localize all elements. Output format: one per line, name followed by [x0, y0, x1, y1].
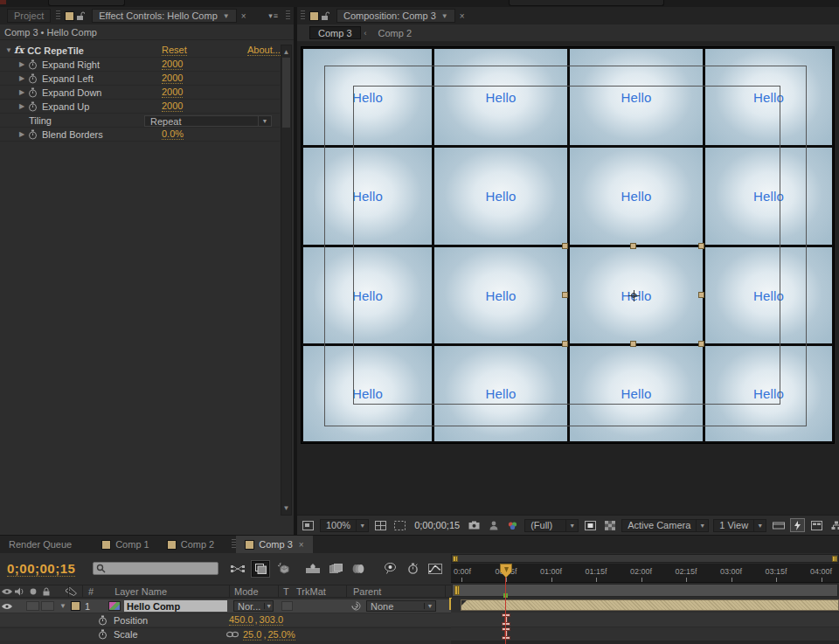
stopwatch-icon[interactable]: [96, 627, 108, 642]
param-value[interactable]: 2000: [162, 59, 183, 70]
layer-track-row[interactable]: [451, 599, 839, 613]
dropdown-arrow-icon[interactable]: ▼: [753, 520, 766, 531]
switch-cell[interactable]: [26, 601, 39, 611]
twirl-right-icon[interactable]: ▶: [19, 60, 28, 68]
dropdown-arrow-icon[interactable]: ▼: [565, 520, 578, 531]
panel-grip[interactable]: [301, 10, 305, 21]
selection-handle[interactable]: [698, 341, 704, 347]
show-channel-icon[interactable]: [505, 518, 520, 532]
region-of-interest-icon[interactable]: [583, 518, 598, 532]
twirl-right-icon[interactable]: ▶: [19, 74, 28, 82]
navigator-start-handle[interactable]: [453, 556, 458, 562]
dropdown-arrow-icon[interactable]: ▼: [356, 520, 368, 531]
effect-reset-link[interactable]: Reset: [162, 45, 187, 56]
frame-blend-icon[interactable]: [327, 561, 344, 577]
current-time-field[interactable]: 0;00;00;15: [7, 561, 75, 577]
eye-icon[interactable]: [0, 584, 13, 599]
navigator-end-handle[interactable]: [832, 556, 837, 562]
fast-previews-icon[interactable]: [790, 518, 805, 532]
dropdown-arrow-icon[interactable]: ▼: [264, 603, 273, 609]
stopwatch-icon[interactable]: [28, 101, 38, 112]
subtab-comp3[interactable]: Comp 3: [309, 26, 361, 39]
timeline-time-area[interactable]: 0:00f00:15f01:00f01:15f02:00f02:15f03:00…: [451, 553, 839, 644]
viewer-timecode[interactable]: 0;00;00;15: [412, 520, 462, 530]
keyframe-scale[interactable]: [503, 628, 510, 639]
always-preview-icon[interactable]: [301, 518, 315, 532]
selection-handle[interactable]: [630, 243, 636, 249]
tab-project[interactable]: Project: [7, 9, 51, 23]
subtab-back-arrow-icon[interactable]: ‹: [364, 29, 367, 38]
layer-duration-bar[interactable]: [461, 599, 839, 611]
column-t-label[interactable]: T: [283, 586, 289, 597]
subtab-comp2[interactable]: Comp 2: [371, 26, 420, 39]
layer-row[interactable]: ▼ 1 Hello Comp Nor... ▼ None ▼: [0, 599, 451, 613]
work-area-start-handle[interactable]: [454, 585, 460, 595]
tab-composition[interactable]: Composition: Comp 3 ▼: [336, 9, 455, 23]
eye-icon[interactable]: [0, 599, 13, 614]
panel-grip[interactable]: [286, 10, 290, 21]
selection-handle[interactable]: [698, 292, 704, 298]
scroll-thumb[interactable]: [282, 58, 290, 128]
scrollbar-vertical[interactable]: ▲ ▼: [281, 45, 292, 516]
dropdown-arrow-icon[interactable]: ▼: [258, 116, 271, 126]
graph-editor-icon[interactable]: [426, 561, 444, 577]
draft-3d-icon[interactable]: [274, 561, 292, 577]
dropdown-arrow-icon[interactable]: ▼: [696, 520, 708, 531]
column-number-label[interactable]: #: [88, 586, 94, 597]
pixel-aspect-icon[interactable]: [771, 518, 786, 532]
selection-handle[interactable]: [630, 341, 636, 347]
show-snapshot-icon[interactable]: [486, 518, 501, 532]
brainstorm-icon[interactable]: [381, 561, 399, 577]
property-row-scale[interactable]: Scale 25.0 , 25.0%: [0, 627, 451, 641]
layer-name[interactable]: Hello Comp: [124, 600, 227, 612]
stopwatch-icon[interactable]: [28, 73, 38, 84]
scale-y-value[interactable]: 25.0%: [267, 629, 295, 641]
effect-header-row[interactable]: ▼ fx CC RepeTile Reset About...: [0, 44, 280, 58]
magnification-dropdown[interactable]: 100% ▼: [320, 519, 369, 532]
column-parent-label[interactable]: Parent: [353, 586, 381, 597]
twirl-right-icon[interactable]: ▶: [19, 130, 28, 138]
panel-grip[interactable]: [56, 10, 60, 21]
twirl-down-icon[interactable]: ▼: [5, 46, 14, 54]
tiling-dropdown[interactable]: Repeat ▼: [144, 115, 272, 127]
column-layer-name-label[interactable]: Layer Name: [114, 586, 167, 597]
param-value[interactable]: 2000: [162, 73, 183, 84]
tab-close-icon[interactable]: ×: [299, 540, 304, 550]
tab-comp3[interactable]: Comp 3 ×: [236, 536, 312, 553]
stopwatch-icon[interactable]: [96, 613, 108, 628]
work-area-bar[interactable]: [452, 584, 838, 597]
tab-render-queue[interactable]: Render Queue: [0, 536, 80, 553]
live-update-icon[interactable]: [252, 561, 269, 577]
3d-view-dropdown[interactable]: Active Camera ▼: [621, 519, 709, 532]
scroll-up-icon[interactable]: ▲: [281, 48, 291, 56]
search-input[interactable]: [93, 562, 218, 575]
selection-handle[interactable]: [562, 243, 568, 249]
solo-icon[interactable]: [26, 584, 39, 599]
param-value[interactable]: 2000: [162, 87, 183, 98]
flowchart-button-icon[interactable]: [829, 518, 839, 532]
transparency-grid-icon[interactable]: [602, 518, 617, 532]
view-layout-dropdown[interactable]: 1 View ▼: [713, 519, 766, 532]
param-value[interactable]: 2000: [162, 100, 183, 112]
layer-anchor-point[interactable]: [628, 290, 640, 301]
column-trkmat-label[interactable]: TrkMat: [296, 586, 326, 597]
panel-color-swatch[interactable]: [65, 11, 74, 21]
resolution-dropdown[interactable]: (Full) ▼: [524, 519, 579, 532]
dropdown-arrow-icon[interactable]: ▼: [424, 603, 435, 609]
effect-about-link[interactable]: About...: [247, 45, 281, 56]
effect-name[interactable]: CC RepeTile: [27, 45, 84, 56]
position-x-value[interactable]: 450.0: [229, 614, 253, 626]
time-navigator[interactable]: [451, 554, 839, 563]
pick-whip-icon[interactable]: [350, 599, 362, 614]
panel-unlock-icon[interactable]: [319, 9, 331, 23]
layer-label-swatch[interactable]: [71, 601, 80, 611]
auto-keyframe-icon[interactable]: [404, 561, 421, 577]
composition-viewer[interactable]: HelloHelloHelloHelloHelloHelloHelloHello…: [297, 42, 839, 515]
property-name[interactable]: Position: [114, 615, 148, 626]
mask-visibility-icon[interactable]: [392, 518, 407, 532]
selection-handle[interactable]: [562, 341, 568, 347]
snapshot-icon[interactable]: [467, 518, 482, 532]
property-row-position[interactable]: Position 450.0 , 303.0: [0, 613, 451, 627]
hide-shy-icon[interactable]: [304, 561, 322, 577]
tab-comp2[interactable]: Comp 2: [158, 536, 224, 553]
